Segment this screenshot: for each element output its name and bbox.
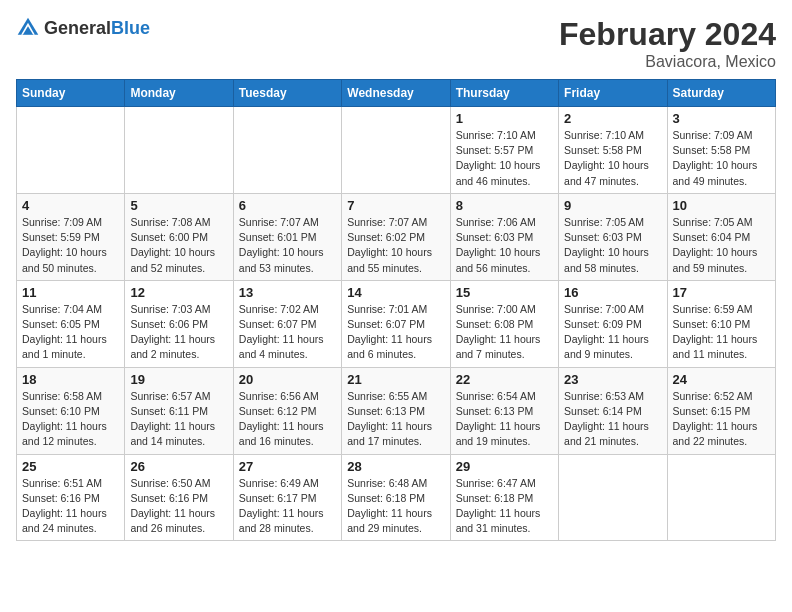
logo-blue: Blue [111,18,150,38]
date-number: 17 [673,285,770,300]
cell-info: Sunrise: 6:52 AM Sunset: 6:15 PM Dayligh… [673,389,770,450]
calendar-cell: 2Sunrise: 7:10 AM Sunset: 5:58 PM Daylig… [559,107,667,194]
cell-info: Sunrise: 7:00 AM Sunset: 6:09 PM Dayligh… [564,302,661,363]
calendar-cell: 12Sunrise: 7:03 AM Sunset: 6:06 PM Dayli… [125,280,233,367]
calendar-week-4: 18Sunrise: 6:58 AM Sunset: 6:10 PM Dayli… [17,367,776,454]
calendar-body: 1Sunrise: 7:10 AM Sunset: 5:57 PM Daylig… [17,107,776,541]
month-year-title: February 2024 [559,16,776,53]
day-header-wednesday: Wednesday [342,80,450,107]
calendar-cell: 14Sunrise: 7:01 AM Sunset: 6:07 PM Dayli… [342,280,450,367]
logo: GeneralBlue [16,16,150,40]
calendar-cell: 29Sunrise: 6:47 AM Sunset: 6:18 PM Dayli… [450,454,558,541]
calendar-cell: 15Sunrise: 7:00 AM Sunset: 6:08 PM Dayli… [450,280,558,367]
calendar-cell: 22Sunrise: 6:54 AM Sunset: 6:13 PM Dayli… [450,367,558,454]
calendar-header-row: SundayMondayTuesdayWednesdayThursdayFrid… [17,80,776,107]
date-number: 2 [564,111,661,126]
logo-general: General [44,18,111,38]
date-number: 20 [239,372,336,387]
cell-info: Sunrise: 6:53 AM Sunset: 6:14 PM Dayligh… [564,389,661,450]
cell-info: Sunrise: 7:06 AM Sunset: 6:03 PM Dayligh… [456,215,553,276]
cell-info: Sunrise: 7:09 AM Sunset: 5:59 PM Dayligh… [22,215,119,276]
date-number: 14 [347,285,444,300]
calendar-cell: 20Sunrise: 6:56 AM Sunset: 6:12 PM Dayli… [233,367,341,454]
cell-info: Sunrise: 7:10 AM Sunset: 5:57 PM Dayligh… [456,128,553,189]
calendar-cell [667,454,775,541]
calendar-cell: 28Sunrise: 6:48 AM Sunset: 6:18 PM Dayli… [342,454,450,541]
date-number: 16 [564,285,661,300]
calendar-cell: 16Sunrise: 7:00 AM Sunset: 6:09 PM Dayli… [559,280,667,367]
calendar-cell: 8Sunrise: 7:06 AM Sunset: 6:03 PM Daylig… [450,193,558,280]
date-number: 26 [130,459,227,474]
calendar-cell: 11Sunrise: 7:04 AM Sunset: 6:05 PM Dayli… [17,280,125,367]
calendar-cell: 13Sunrise: 7:02 AM Sunset: 6:07 PM Dayli… [233,280,341,367]
date-number: 12 [130,285,227,300]
date-number: 24 [673,372,770,387]
date-number: 8 [456,198,553,213]
calendar-cell [233,107,341,194]
title-area: February 2024 Baviacora, Mexico [559,16,776,71]
header: GeneralBlue February 2024 Baviacora, Mex… [16,16,776,71]
date-number: 15 [456,285,553,300]
cell-info: Sunrise: 7:10 AM Sunset: 5:58 PM Dayligh… [564,128,661,189]
date-number: 28 [347,459,444,474]
cell-info: Sunrise: 7:05 AM Sunset: 6:03 PM Dayligh… [564,215,661,276]
cell-info: Sunrise: 6:55 AM Sunset: 6:13 PM Dayligh… [347,389,444,450]
cell-info: Sunrise: 7:07 AM Sunset: 6:01 PM Dayligh… [239,215,336,276]
calendar-cell: 7Sunrise: 7:07 AM Sunset: 6:02 PM Daylig… [342,193,450,280]
calendar-week-3: 11Sunrise: 7:04 AM Sunset: 6:05 PM Dayli… [17,280,776,367]
cell-info: Sunrise: 6:48 AM Sunset: 6:18 PM Dayligh… [347,476,444,537]
cell-info: Sunrise: 6:57 AM Sunset: 6:11 PM Dayligh… [130,389,227,450]
date-number: 19 [130,372,227,387]
calendar-cell: 19Sunrise: 6:57 AM Sunset: 6:11 PM Dayli… [125,367,233,454]
date-number: 1 [456,111,553,126]
cell-info: Sunrise: 7:09 AM Sunset: 5:58 PM Dayligh… [673,128,770,189]
calendar-cell: 17Sunrise: 6:59 AM Sunset: 6:10 PM Dayli… [667,280,775,367]
calendar-cell: 25Sunrise: 6:51 AM Sunset: 6:16 PM Dayli… [17,454,125,541]
calendar-cell: 27Sunrise: 6:49 AM Sunset: 6:17 PM Dayli… [233,454,341,541]
calendar-cell [17,107,125,194]
date-number: 10 [673,198,770,213]
calendar-cell: 5Sunrise: 7:08 AM Sunset: 6:00 PM Daylig… [125,193,233,280]
logo-icon [16,16,40,40]
day-header-sunday: Sunday [17,80,125,107]
date-number: 3 [673,111,770,126]
date-number: 22 [456,372,553,387]
date-number: 13 [239,285,336,300]
cell-info: Sunrise: 6:51 AM Sunset: 6:16 PM Dayligh… [22,476,119,537]
cell-info: Sunrise: 6:56 AM Sunset: 6:12 PM Dayligh… [239,389,336,450]
date-number: 7 [347,198,444,213]
calendar-cell: 26Sunrise: 6:50 AM Sunset: 6:16 PM Dayli… [125,454,233,541]
date-number: 25 [22,459,119,474]
cell-info: Sunrise: 6:54 AM Sunset: 6:13 PM Dayligh… [456,389,553,450]
day-header-saturday: Saturday [667,80,775,107]
date-number: 27 [239,459,336,474]
calendar-cell: 24Sunrise: 6:52 AM Sunset: 6:15 PM Dayli… [667,367,775,454]
date-number: 9 [564,198,661,213]
cell-info: Sunrise: 7:08 AM Sunset: 6:00 PM Dayligh… [130,215,227,276]
location-subtitle: Baviacora, Mexico [559,53,776,71]
calendar-cell: 21Sunrise: 6:55 AM Sunset: 6:13 PM Dayli… [342,367,450,454]
day-header-monday: Monday [125,80,233,107]
date-number: 29 [456,459,553,474]
cell-info: Sunrise: 6:59 AM Sunset: 6:10 PM Dayligh… [673,302,770,363]
cell-info: Sunrise: 7:04 AM Sunset: 6:05 PM Dayligh… [22,302,119,363]
calendar-week-2: 4Sunrise: 7:09 AM Sunset: 5:59 PM Daylig… [17,193,776,280]
date-number: 6 [239,198,336,213]
date-number: 4 [22,198,119,213]
calendar-cell [559,454,667,541]
day-header-thursday: Thursday [450,80,558,107]
calendar-cell [125,107,233,194]
day-header-tuesday: Tuesday [233,80,341,107]
day-header-friday: Friday [559,80,667,107]
calendar-cell [342,107,450,194]
cell-info: Sunrise: 7:02 AM Sunset: 6:07 PM Dayligh… [239,302,336,363]
calendar-cell: 23Sunrise: 6:53 AM Sunset: 6:14 PM Dayli… [559,367,667,454]
cell-info: Sunrise: 7:00 AM Sunset: 6:08 PM Dayligh… [456,302,553,363]
calendar-week-1: 1Sunrise: 7:10 AM Sunset: 5:57 PM Daylig… [17,107,776,194]
calendar-cell: 3Sunrise: 7:09 AM Sunset: 5:58 PM Daylig… [667,107,775,194]
cell-info: Sunrise: 7:03 AM Sunset: 6:06 PM Dayligh… [130,302,227,363]
date-number: 11 [22,285,119,300]
cell-info: Sunrise: 7:05 AM Sunset: 6:04 PM Dayligh… [673,215,770,276]
calendar-cell: 1Sunrise: 7:10 AM Sunset: 5:57 PM Daylig… [450,107,558,194]
calendar-table: SundayMondayTuesdayWednesdayThursdayFrid… [16,79,776,541]
